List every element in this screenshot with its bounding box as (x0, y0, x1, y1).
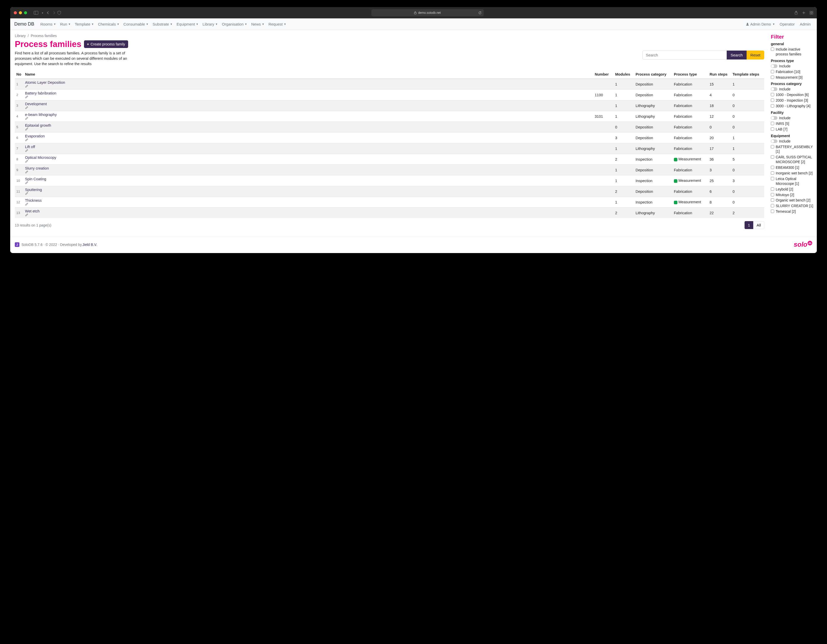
filter-checkbox[interactable] (771, 171, 774, 175)
nav-substrate[interactable]: Substrate ▼ (151, 20, 175, 28)
nav-chemicals[interactable]: Chemicals ▼ (96, 20, 122, 28)
process-name-link[interactable]: Spin Coating (25, 177, 46, 181)
reload-icon[interactable] (478, 11, 482, 14)
filter-checkbox[interactable] (771, 127, 774, 131)
reset-button[interactable]: Reset (747, 50, 764, 59)
edit-icon[interactable] (25, 149, 592, 152)
filter-checkbox[interactable] (771, 204, 774, 207)
filter-checkbox[interactable] (771, 70, 774, 73)
nav-request[interactable]: Request ▼ (267, 20, 289, 28)
filter-option[interactable]: Inorganic wet bench [2] (771, 171, 813, 176)
filter-option[interactable]: Leica Optical Microscope [1] (771, 177, 813, 186)
process-name-link[interactable]: Epitaxial growth (25, 123, 51, 127)
edit-icon[interactable] (25, 170, 592, 174)
filter-checkbox[interactable] (771, 166, 774, 169)
nav-library[interactable]: Library ▼ (200, 20, 220, 28)
include-toggle[interactable] (771, 88, 777, 91)
edit-icon[interactable] (25, 84, 592, 88)
filter-option[interactable]: INRS [5] (771, 121, 813, 126)
process-name-link[interactable]: Evaporation (25, 134, 45, 138)
col-modules[interactable]: Modules (613, 70, 634, 79)
filter-option[interactable]: Mitutoyo [2] (771, 192, 813, 197)
page-1[interactable]: 1 (744, 221, 753, 229)
filter-option[interactable]: 3000 - Lithography [4] (771, 104, 813, 108)
nav-run[interactable]: Run ▼ (58, 20, 72, 28)
share-icon[interactable] (794, 11, 798, 15)
filter-checkbox[interactable] (771, 47, 774, 51)
filter-checkbox[interactable] (771, 122, 774, 125)
filter-checkbox[interactable] (771, 209, 774, 213)
process-name-link[interactable]: Battery fabribration (25, 91, 56, 95)
col-name[interactable]: Name (23, 70, 593, 79)
tab-overview-icon[interactable] (810, 11, 813, 15)
include-toggle[interactable] (771, 116, 777, 120)
filter-option[interactable]: Include inactive process families (771, 47, 813, 57)
filter-checkbox[interactable] (771, 177, 774, 180)
filter-checkbox[interactable] (771, 155, 774, 159)
filter-checkbox[interactable] (771, 199, 774, 202)
filter-option[interactable]: 2000 - Inspection [3] (771, 98, 813, 103)
col-run[interactable]: Run steps (708, 70, 731, 79)
filter-option[interactable]: LAB [7] (771, 127, 813, 132)
nav-consumable[interactable]: Consumable ▼ (122, 20, 151, 28)
edit-icon[interactable] (25, 127, 592, 131)
sidebar-toggle-icon[interactable] (34, 11, 38, 14)
filter-option[interactable]: 1000 - Deposition [6] (771, 92, 813, 97)
nav-rooms[interactable]: Rooms ▼ (38, 20, 58, 28)
col-type[interactable]: Process type (673, 70, 708, 79)
process-name-link[interactable]: Atomic Layer Deposition (25, 80, 65, 84)
nav-news[interactable]: News ▼ (249, 20, 266, 28)
shield-icon[interactable] (58, 11, 61, 15)
chevron-down-icon[interactable]: ▾ (42, 11, 43, 14)
breadcrumb-root[interactable]: Library (15, 34, 26, 38)
edit-icon[interactable] (25, 117, 592, 120)
maximize-window-button[interactable] (24, 11, 27, 14)
edit-icon[interactable] (25, 138, 592, 141)
filter-checkbox[interactable] (771, 76, 774, 79)
include-toggle[interactable] (771, 139, 777, 143)
page-all[interactable]: All (753, 221, 764, 229)
minimize-window-button[interactable] (19, 11, 22, 14)
search-input[interactable] (643, 50, 727, 59)
process-name-link[interactable]: Optical Microscopy (25, 156, 56, 159)
edit-icon[interactable] (25, 159, 592, 163)
col-category[interactable]: Process category (634, 70, 673, 79)
create-process-family-button[interactable]: + Create process family (84, 41, 128, 48)
back-button[interactable] (47, 11, 49, 14)
filter-checkbox[interactable] (771, 93, 774, 96)
process-name-link[interactable]: Sputtering (25, 188, 42, 192)
filter-checkbox[interactable] (771, 145, 774, 148)
search-button[interactable]: Search (727, 50, 747, 59)
nav-operator[interactable]: Operator (777, 20, 797, 28)
user-menu[interactable]: Admin Demo ▼ (746, 22, 775, 26)
filter-option[interactable]: CARL SUSS OPTICAL MICROSCOPE [2] (771, 155, 813, 164)
process-name-link[interactable]: Lift off (25, 145, 35, 149)
filter-option[interactable]: Fabrication [10] (771, 69, 813, 74)
filter-checkbox[interactable] (771, 104, 774, 108)
filter-option[interactable]: EBEAM300 [1] (771, 165, 813, 170)
nav-organisation[interactable]: Organisation ▼ (220, 20, 249, 28)
filter-option[interactable]: Organic wet bench [2] (771, 198, 813, 203)
filter-option[interactable]: Leybold [2] (771, 187, 813, 192)
filter-option[interactable]: SLURRY CREATOR [1] (771, 203, 813, 208)
footer-link[interactable]: Jield B.V. (83, 242, 97, 247)
filter-checkbox[interactable] (771, 98, 774, 102)
col-tmpl[interactable]: Template steps (731, 70, 764, 79)
close-window-button[interactable] (14, 11, 17, 14)
col-number[interactable]: Number (593, 70, 613, 79)
nav-equipment[interactable]: Equipment ▼ (175, 20, 201, 28)
edit-icon[interactable] (25, 106, 592, 109)
include-toggle[interactable] (771, 64, 777, 68)
filter-option[interactable]: BATTERY_ASSEMBLY [1] (771, 145, 813, 154)
filter-option[interactable]: Temescal [2] (771, 209, 813, 214)
edit-icon[interactable] (25, 203, 592, 206)
edit-icon[interactable] (25, 213, 592, 217)
forward-button[interactable] (53, 11, 55, 14)
process-name-link[interactable]: Wet etch (25, 209, 39, 213)
col-no[interactable]: No (15, 70, 23, 79)
process-name-link[interactable]: Slurry creation (25, 166, 49, 170)
edit-icon[interactable] (25, 95, 592, 98)
process-name-link[interactable]: Thickness (25, 199, 42, 203)
process-name-link[interactable]: Development (25, 102, 47, 106)
filter-option[interactable]: Measurement [3] (771, 75, 813, 80)
